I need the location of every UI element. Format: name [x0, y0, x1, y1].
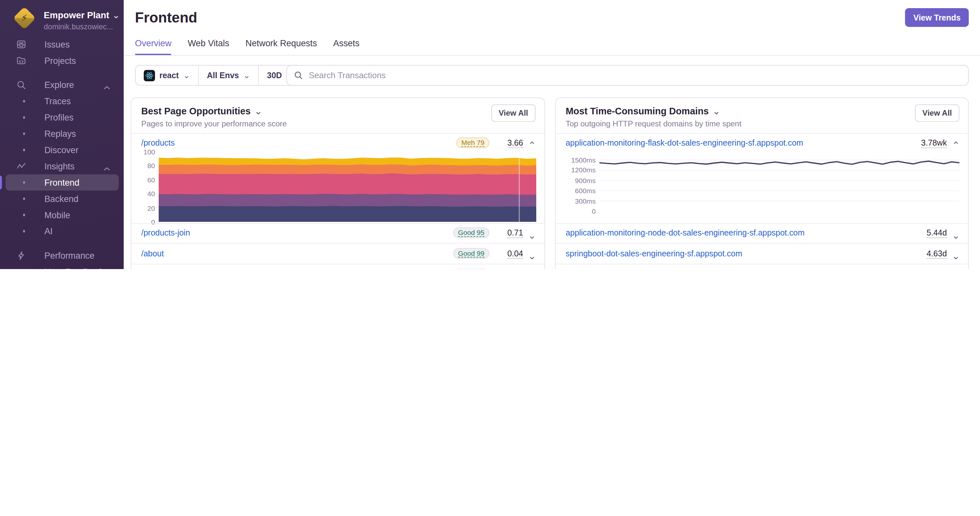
domain-row: application-monitoring-node-dot-sales-en…: [555, 223, 968, 243]
sidebar-item-traces[interactable]: Traces: [0, 93, 124, 110]
chevron-up-icon: [103, 82, 110, 92]
domain-row-flask: application-monitoring-flask-dot-sales-e…: [555, 133, 968, 153]
y-tick-label: 900ms: [561, 176, 595, 184]
chevron-up-icon[interactable]: ⌃: [528, 140, 536, 151]
sidebar-item-performance[interactable]: Performance: [0, 248, 124, 264]
search-icon: [16, 80, 26, 90]
view-all-button[interactable]: View All: [491, 104, 536, 122]
y-tick-label: 1500ms: [561, 156, 595, 164]
tab-network-requests[interactable]: Network Requests: [245, 38, 317, 56]
chevron-down-icon: ⌄: [183, 71, 190, 80]
panel-title[interactable]: Best Page Opportunities⌄: [142, 106, 262, 117]
y-axis-labels: 1500ms1200ms900ms600ms300ms0: [561, 156, 595, 215]
time-consuming-domains-panel: Most Time-Consuming Domains⌄ Top outgoin…: [555, 97, 969, 269]
panel-title[interactable]: Most Time-Consuming Domains⌄: [566, 106, 720, 117]
react-project-icon: [144, 70, 155, 81]
chevron-down-icon[interactable]: ⌄: [951, 250, 960, 262]
sidebar-item-label: Mobile: [44, 210, 70, 220]
org-name: Empower Plant⌄: [44, 10, 120, 20]
score-stacked-chart: [159, 152, 536, 222]
sidebar-item-label: Discover: [44, 145, 78, 155]
page-link[interactable]: /about: [142, 249, 164, 258]
sidebar-item-label: Projects: [44, 56, 76, 66]
domain-value[interactable]: 5.44d: [927, 228, 947, 238]
sidebar-item-label: Issues: [44, 40, 70, 49]
chevron-down-icon: ⌄: [255, 106, 262, 116]
domain-value[interactable]: 4.63d: [927, 249, 947, 259]
tab-overview[interactable]: Overview: [135, 38, 171, 56]
chevron-up-icon: [103, 163, 110, 173]
sidebar-item-mobile[interactable]: Mobile: [0, 207, 124, 223]
date-range-label: 30D: [267, 71, 282, 80]
sidebar-item-frontend[interactable]: Frontend: [0, 174, 124, 191]
environment-filter[interactable]: All Envs ⌄: [199, 65, 259, 85]
sidebar-item-label: Traces: [44, 96, 71, 106]
sidebar-nav: IssuesProjectsExploreTracesProfilesRepla…: [0, 36, 124, 269]
sidebar-item-label: Replays: [44, 129, 76, 139]
environment-filter-label: All Envs: [207, 71, 239, 80]
score-badge[interactable]: Good 95: [453, 269, 489, 269]
bullet-dot-icon: [19, 210, 30, 221]
bullet-dot-icon: [19, 194, 30, 204]
page-title: Frontend: [135, 10, 197, 26]
sidebar: ⚡ Empower Plant⌄ dominik.buszowiec... Is…: [0, 0, 124, 269]
sidebar-item-issues[interactable]: Issues: [0, 36, 124, 52]
bullet-dot-icon: [19, 96, 30, 106]
y-tick-label: 80: [131, 162, 155, 170]
chevron-down-icon: ⌄: [112, 10, 120, 20]
sidebar-item-insights[interactable]: Insights: [0, 158, 124, 174]
domain-link[interactable]: application-monitoring-flask-dot-sales-e…: [566, 138, 803, 148]
sidebar-item-projects[interactable]: Projects: [0, 52, 124, 69]
tab-web-vitals[interactable]: Web Vitals: [188, 38, 229, 56]
sidebar-item-label: Profiles: [44, 113, 74, 122]
bullet-dot-icon: [19, 177, 30, 188]
view-all-button[interactable]: View All: [915, 104, 959, 122]
lightning-bolt-icon: ⚡: [16, 10, 33, 27]
score-badge[interactable]: Good 99: [453, 248, 489, 259]
tab-assets[interactable]: Assets: [333, 38, 360, 56]
bullet-dot-icon: [19, 112, 30, 123]
y-tick-label: 20: [131, 204, 155, 211]
page-row: /products-fesGood 950.47⌄: [131, 264, 544, 269]
opportunity-value[interactable]: 3.66: [507, 138, 523, 148]
page-value[interactable]: 0.71: [507, 228, 523, 238]
sidebar-item-label: Backend: [44, 194, 78, 204]
chevron-down-icon[interactable]: ⌄: [528, 250, 536, 262]
score-badge[interactable]: Meh 79: [457, 138, 489, 148]
bullet-dot-icon: [19, 144, 30, 156]
tab-bar: OverviewWeb VitalsNetwork RequestsAssets: [135, 38, 360, 56]
bullet-dot-icon: [19, 129, 30, 139]
chevron-down-icon[interactable]: ⌄: [528, 229, 536, 241]
panel-subtitle: Pages to improve your performance score: [142, 119, 287, 128]
page-link[interactable]: /products-join: [142, 228, 190, 238]
sidebar-item-profiles[interactable]: Profiles: [0, 110, 124, 126]
score-badge[interactable]: Good 95: [453, 227, 489, 238]
page-row-products: /products Meh 79 3.66 ⌃: [131, 133, 544, 153]
sidebar-item-label: Explore: [44, 80, 74, 90]
sidebar-item-discover[interactable]: Discover: [0, 142, 124, 158]
domain-link[interactable]: springboot-dot-sales-engineering-sf.apps…: [566, 249, 742, 258]
search-transactions: [286, 65, 969, 86]
chevron-down-icon[interactable]: ⌄: [951, 229, 960, 241]
y-tick-label: 300ms: [561, 197, 595, 205]
sidebar-item-ai[interactable]: AI: [0, 223, 124, 240]
time-spent-value[interactable]: 3.78wk: [921, 138, 947, 148]
project-filter[interactable]: react ⌄: [135, 65, 199, 85]
org-user: dominik.buszowiec...: [44, 22, 113, 31]
page-value[interactable]: 0.04: [507, 249, 523, 259]
sidebar-item-user-feedback[interactable]: User Feedback: [0, 264, 124, 269]
best-page-opportunities-panel: Best Page Opportunities⌄ Pages to improv…: [130, 97, 545, 269]
insights-icon: [16, 161, 26, 171]
domain-link[interactable]: application-monitoring-node-dot-sales-en…: [566, 228, 804, 238]
chevron-down-icon: ⌄: [243, 71, 250, 80]
issues-icon: [16, 39, 26, 50]
sidebar-item-replays[interactable]: Replays: [0, 126, 124, 142]
search-input[interactable]: [309, 71, 961, 80]
transaction-link[interactable]: /products: [142, 138, 175, 148]
view-trends-button[interactable]: View Trends: [905, 8, 969, 27]
org-switcher[interactable]: ⚡ Empower Plant⌄ dominik.buszowiec...: [0, 0, 124, 41]
sidebar-item-label: Insights: [44, 161, 75, 171]
sidebar-item-explore[interactable]: Explore: [0, 77, 124, 93]
chevron-up-icon[interactable]: ⌃: [951, 140, 960, 151]
sidebar-item-backend[interactable]: Backend: [0, 191, 124, 207]
